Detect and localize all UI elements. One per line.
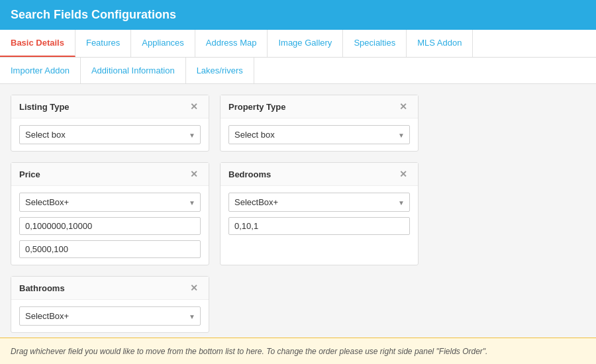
tab-row-1: Basic DetailsFeaturesAppliancesAddress M… bbox=[0, 30, 596, 58]
select-wrapper-price: SelectBox+Select boxCheckboxRadio bbox=[19, 193, 201, 212]
close-button-listing-type[interactable]: ✕ bbox=[187, 101, 201, 113]
field-body-bedrooms: SelectBox+Select boxCheckboxRadio bbox=[221, 186, 418, 242]
tab-importer-addon[interactable]: Importer Addon bbox=[0, 58, 81, 83]
field-title-listing-type: Listing Type bbox=[19, 102, 70, 112]
tab-additional-information[interactable]: Additional Information bbox=[81, 58, 186, 83]
tab-specialties[interactable]: Specialties bbox=[343, 30, 407, 57]
field-title-price: Price bbox=[19, 169, 40, 179]
field-body-bathrooms: SelectBox+Select boxCheckboxRadio bbox=[11, 300, 209, 332]
close-button-bedrooms[interactable]: ✕ bbox=[397, 168, 410, 180]
page-header: Search Fields Configurations bbox=[0, 0, 596, 30]
field-body-listing-type: Select boxCheckboxRadioText Input bbox=[11, 118, 209, 151]
select-property-type[interactable]: Select boxCheckboxRadioText Input bbox=[228, 125, 410, 144]
text-input-price-1[interactable] bbox=[19, 240, 201, 258]
select-wrapper-property-type: Select boxCheckboxRadioText Input bbox=[228, 125, 410, 144]
field-body-property-type: Select boxCheckboxRadioText Input bbox=[221, 118, 418, 151]
select-bedrooms[interactable]: SelectBox+Select boxCheckboxRadio bbox=[228, 193, 410, 212]
field-title-bathrooms: Bathrooms bbox=[19, 283, 65, 293]
close-button-bathrooms[interactable]: ✕ bbox=[187, 282, 201, 294]
select-bathrooms[interactable]: SelectBox+Select boxCheckboxRadio bbox=[19, 306, 201, 326]
field-title-bedrooms: Bedrooms bbox=[228, 169, 271, 179]
field-title-property-type: Property Type bbox=[228, 102, 285, 112]
tab-lakes-rivers[interactable]: Lakes/rivers bbox=[186, 58, 254, 83]
field-body-price: SelectBox+Select boxCheckboxRadio bbox=[11, 186, 209, 265]
field-card-header-listing-type: Listing Type✕ bbox=[11, 95, 209, 118]
field-card-price: Price✕SelectBox+Select boxCheckboxRadio bbox=[11, 162, 209, 265]
tab-mls-addon[interactable]: MLS Addon bbox=[407, 30, 473, 57]
select-wrapper-bathrooms: SelectBox+Select boxCheckboxRadio bbox=[19, 306, 201, 326]
field-card-header-bathrooms: Bathrooms✕ bbox=[11, 277, 209, 300]
bottom-hint: Drag whichever field you would like to m… bbox=[0, 338, 596, 364]
field-card-header-price: Price✕ bbox=[11, 163, 209, 186]
bottom-hint-text: Drag whichever field you would like to m… bbox=[11, 347, 487, 356]
field-card-header-property-type: Property Type✕ bbox=[221, 95, 418, 118]
text-input-bedrooms-0[interactable] bbox=[228, 217, 410, 235]
tab-basic-details[interactable]: Basic Details bbox=[0, 30, 75, 57]
select-listing-type[interactable]: Select boxCheckboxRadioText Input bbox=[19, 125, 201, 144]
text-input-price-0[interactable] bbox=[19, 217, 201, 235]
select-price[interactable]: SelectBox+Select boxCheckboxRadio bbox=[19, 193, 201, 212]
tab-image-gallery[interactable]: Image Gallery bbox=[268, 30, 343, 57]
close-button-price[interactable]: ✕ bbox=[187, 168, 201, 180]
select-wrapper-listing-type: Select boxCheckboxRadioText Input bbox=[19, 125, 201, 144]
field-card-listing-type: Listing Type✕Select boxCheckboxRadioText… bbox=[11, 95, 209, 152]
tab-address-map[interactable]: Address Map bbox=[195, 30, 268, 57]
select-wrapper-bedrooms: SelectBox+Select boxCheckboxRadio bbox=[228, 193, 410, 212]
tab-appliances[interactable]: Appliances bbox=[131, 30, 195, 57]
field-card-bathrooms: Bathrooms✕SelectBox+Select boxCheckboxRa… bbox=[11, 276, 209, 333]
close-button-property-type[interactable]: ✕ bbox=[397, 101, 410, 113]
main-content: Listing Type✕Select boxCheckboxRadioText… bbox=[0, 84, 596, 342]
page-title: Search Fields Configurations bbox=[11, 8, 176, 21]
tab-row-2: Importer AddonAdditional InformationLake… bbox=[0, 58, 596, 84]
field-card-header-bedrooms: Bedrooms✕ bbox=[221, 163, 418, 186]
field-card-bedrooms: Bedrooms✕SelectBox+Select boxCheckboxRad… bbox=[220, 162, 419, 265]
tab-features[interactable]: Features bbox=[75, 30, 131, 57]
field-card-property-type: Property Type✕Select boxCheckboxRadioTex… bbox=[220, 95, 419, 152]
